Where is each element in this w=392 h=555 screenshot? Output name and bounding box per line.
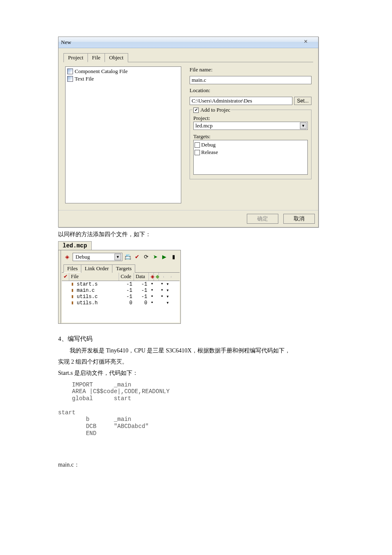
target-icon[interactable]: ◈ bbox=[63, 253, 71, 261]
file-list: ✔ File Code Data ◈ ◆ ▮start.s -1 -1 • • … bbox=[62, 272, 180, 323]
between-text: 以同样的方法添加四个文件，如下： bbox=[58, 230, 334, 239]
release-checkbox[interactable] bbox=[195, 150, 200, 155]
expand-icon[interactable]: ▾ bbox=[164, 281, 171, 287]
col-data: Data bbox=[134, 273, 149, 281]
chevron-down-icon[interactable]: ▼ bbox=[300, 122, 307, 129]
dialog-tabs: Project File Object bbox=[63, 53, 313, 62]
filename-input[interactable] bbox=[190, 76, 312, 84]
targets-list[interactable]: Debug Release bbox=[193, 140, 308, 175]
location-label: Location: bbox=[190, 87, 312, 94]
tab-object[interactable]: Object bbox=[105, 53, 128, 62]
expand-icon[interactable]: ▾ bbox=[164, 300, 171, 306]
file-icon: ▮ bbox=[71, 281, 77, 287]
col-bug-icon: ◈ bbox=[149, 273, 154, 281]
file-tab-panel: Component Catalog File Text File File na… bbox=[63, 62, 313, 205]
table-row[interactable]: ▮main.c -1 -1 • • ▾ bbox=[62, 287, 180, 293]
project-panel: ◈ Debug ▼ 📇 ✔ ⟳ ➤ ▶ ▮ Files Link Order T… bbox=[61, 250, 181, 324]
cancel-button[interactable]: 取消 bbox=[283, 214, 315, 224]
col-code: Code bbox=[119, 273, 134, 281]
chevron-down-icon[interactable]: ▼ bbox=[114, 254, 121, 260]
add-to-project-checkbox[interactable] bbox=[193, 108, 199, 113]
filetype-list[interactable]: Component Catalog File Text File bbox=[65, 66, 181, 203]
subtab-targets[interactable]: Targets bbox=[112, 264, 135, 273]
mainc-label: main.c： bbox=[58, 460, 334, 469]
expand-icon[interactable]: ▾ bbox=[164, 287, 171, 293]
handle-icon[interactable]: ▮ bbox=[170, 253, 177, 261]
settings-icon[interactable]: 📇 bbox=[124, 253, 131, 261]
ok-button[interactable]: 确定 bbox=[247, 214, 278, 224]
targets-label: Targets: bbox=[193, 133, 308, 140]
col-target-icon: ◆ bbox=[154, 273, 159, 281]
add-to-project-group: Add to Projec Project: led.mcp ▼ Targets… bbox=[190, 110, 312, 179]
subtab-files[interactable]: Files bbox=[63, 264, 81, 273]
dialog-title: New bbox=[61, 39, 71, 46]
subtab-link-order[interactable]: Link Order bbox=[81, 264, 112, 273]
dialog-right-column: File name: Location: Set... Add to Proje… bbox=[190, 66, 312, 203]
close-icon[interactable]: ✕ bbox=[297, 39, 314, 45]
add-to-project-label: Add to Projec bbox=[200, 107, 230, 113]
project-file-tab[interactable]: led.mcp bbox=[58, 241, 92, 250]
col-file: File bbox=[69, 273, 119, 281]
project-select[interactable]: led.mcp ▼ bbox=[193, 122, 308, 130]
file-icon: ▮ bbox=[71, 300, 77, 306]
project-subtabs: Files Link Order Targets bbox=[62, 263, 180, 273]
file-icon: ▮ bbox=[71, 293, 77, 300]
table-row[interactable]: ▮utils.c -1 -1 • • ▾ bbox=[62, 293, 180, 300]
new-dialog: New ✕ Project File Object Component Cata… bbox=[58, 37, 319, 227]
filename-label: File name: bbox=[190, 66, 312, 73]
expand-icon[interactable]: ▾ bbox=[164, 293, 171, 300]
dialog-body: Project File Object Component Catalog Fi… bbox=[58, 48, 318, 210]
project-file-tab-header: led.mcp bbox=[58, 241, 334, 250]
catalog-file-icon bbox=[67, 68, 73, 74]
code-start-s: IMPORT _main AREA |C$$code|,CODE,READONL… bbox=[58, 381, 334, 437]
tab-file[interactable]: File bbox=[88, 53, 105, 62]
sync-icon[interactable]: ⟳ bbox=[142, 253, 150, 261]
file-list-header: ✔ File Code Data ◈ ◆ bbox=[62, 273, 180, 281]
section4-line1: 我的开发板是 Tiny6410，CPU 是三星 S3C6410X，根据数据手册和… bbox=[58, 346, 334, 355]
run-icon[interactable]: ▶ bbox=[161, 253, 168, 261]
target-release[interactable]: Release bbox=[195, 149, 307, 156]
section4-line2: 实现 2 组四个灯循环亮灭。 bbox=[58, 357, 334, 366]
target-debug[interactable]: Debug bbox=[195, 141, 307, 149]
tab-project[interactable]: Project bbox=[63, 53, 88, 62]
file-icon: ▮ bbox=[71, 287, 77, 293]
col-check-icon: ✔ bbox=[62, 273, 69, 281]
filetype-component-catalog[interactable]: Component Catalog File bbox=[66, 68, 180, 75]
debug-checkbox[interactable] bbox=[195, 142, 200, 148]
check-icon[interactable]: ✔ bbox=[133, 253, 141, 261]
section4-line3: Start.s 是启动文件，代码如下： bbox=[58, 369, 334, 377]
dialog-titlebar: New ✕ bbox=[58, 37, 318, 48]
project-select-label: Project: bbox=[193, 115, 308, 122]
debug-icon[interactable]: ➤ bbox=[151, 253, 159, 261]
table-row[interactable]: ▮start.s -1 -1 • • ▾ bbox=[62, 281, 180, 287]
add-to-project-legend: Add to Projec bbox=[192, 107, 231, 113]
filetype-text-file[interactable]: Text File bbox=[66, 75, 180, 83]
project-toolbar: ◈ Debug ▼ 📇 ✔ ⟳ ➤ ▶ ▮ bbox=[62, 251, 180, 263]
location-input[interactable] bbox=[190, 97, 292, 105]
target-select[interactable]: Debug ▼ bbox=[73, 253, 122, 261]
table-row[interactable]: ▮utils.h 0 0 • ▾ bbox=[62, 300, 180, 306]
section4-heading: 4、编写代码 bbox=[58, 334, 334, 344]
text-file-icon bbox=[67, 76, 73, 82]
set-location-button[interactable]: Set... bbox=[294, 97, 312, 105]
dialog-footer: 确定 取消 bbox=[58, 210, 318, 227]
